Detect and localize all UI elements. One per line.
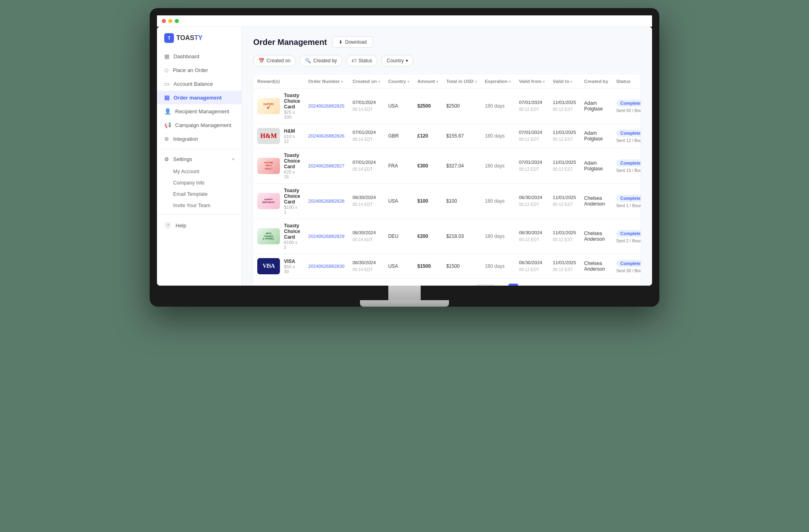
sidebar-item-campaign-management[interactable]: 📢 Campaign Management xyxy=(157,118,241,132)
sidebar-item-place-order[interactable]: ◇ Place an Order xyxy=(157,63,241,77)
amount-cell: $2500 xyxy=(413,89,442,124)
order-number-cell[interactable]: 20240626882827 xyxy=(304,148,349,184)
sidebar-item-dashboard[interactable]: ▦ Dashboard xyxy=(157,49,241,63)
sidebar-item-label: Order management xyxy=(174,95,222,101)
page-6-button[interactable]: 6 xyxy=(569,284,579,286)
sidebar-sub-company-info[interactable]: Company Info xyxy=(157,177,241,189)
download-button[interactable]: ⬇ Download xyxy=(332,36,373,48)
reward-name: Toasty Choice Card xyxy=(284,223,300,240)
status-cell: Complete Sent 50 / Bounced 0 xyxy=(612,89,641,124)
table-header-row: Reward(s) Order Number▾ Created on▾ Coun… xyxy=(253,74,641,89)
page-5-button[interactable]: 5 xyxy=(557,284,567,286)
filter-created-by[interactable]: 🔍 Created by xyxy=(300,55,342,66)
col-total-usd[interactable]: Total in USD▾ xyxy=(442,74,481,89)
col-valid-from[interactable]: Valid from▾ xyxy=(515,74,549,89)
col-created-on[interactable]: Created on▾ xyxy=(349,74,384,89)
filter-label: Country xyxy=(387,58,404,64)
page-9-button[interactable]: 9 xyxy=(606,284,615,286)
page-1-button[interactable]: 1 xyxy=(508,284,518,286)
sidebar-item-label: Campaign Management xyxy=(175,122,231,128)
amount-cell: €300 xyxy=(413,148,442,184)
table-row: YOU'REON AROLL! Toasty Choice Card €20 x… xyxy=(253,148,641,184)
filter-label: Status xyxy=(358,58,372,64)
created-on-cell: 07/01/202400:14 EDT xyxy=(349,148,384,184)
page-3-button[interactable]: 3 xyxy=(533,284,542,286)
country-cell: FRA xyxy=(384,148,413,184)
next-page-button[interactable]: › xyxy=(630,285,635,286)
created-on-cell: 07/01/202400:14 EDT xyxy=(349,89,384,124)
calendar-icon: 📅 xyxy=(258,58,265,64)
created-by-cell: Adam Polglase xyxy=(580,124,612,148)
order-number-cell[interactable]: 20240626882828 xyxy=(304,184,349,219)
valid-from-cell: 06/30/202400:12 EDT xyxy=(515,254,549,279)
sidebar-sub-my-account[interactable]: My Account xyxy=(157,166,241,177)
status-cell: Complete Sent 1 / Bounced 0 xyxy=(612,184,641,219)
created-by-cell: Adam Polglase xyxy=(580,148,612,184)
prev-page-button[interactable]: ‹ xyxy=(501,285,506,286)
sidebar-item-label: Place an Order xyxy=(173,67,208,73)
col-amount[interactable]: Amount▾ xyxy=(413,74,442,89)
created-by-cell: Adam Polglase xyxy=(580,89,612,124)
reward-detail: €100 x 2 xyxy=(284,240,300,250)
integration-icon: ⊕ xyxy=(164,136,169,142)
reward-cell: SUPER!🚀 Toasty Choice Card $25 x 100 xyxy=(253,89,304,124)
order-number-cell[interactable]: 20240626882825 xyxy=(304,89,349,124)
filter-status[interactable]: 🏷 Status xyxy=(346,55,377,66)
reward-cell: HAPPYBIRTHDAY Toasty Choice Card $100 x … xyxy=(253,184,304,219)
reward-detail: $100 x 1 xyxy=(284,205,300,214)
filter-country[interactable]: Country ▾ xyxy=(381,55,413,66)
sidebar-item-recipient-management[interactable]: 👤 Recipient Management xyxy=(157,104,241,118)
col-valid-to[interactable]: Valid to▾ xyxy=(549,74,580,89)
reward-detail: €20 x 15 xyxy=(284,170,300,179)
settings-header[interactable]: ⚙ Settings ▾ xyxy=(157,153,241,166)
amount-cell: $1500 xyxy=(413,254,442,279)
settings-chevron-icon: ▾ xyxy=(232,157,234,161)
sidebar-sub-invite-team[interactable]: Invite Your Team xyxy=(157,200,241,211)
expiration-cell: 180 days xyxy=(481,254,515,279)
col-order-number[interactable]: Order Number▾ xyxy=(304,74,349,89)
page-title: Order Management xyxy=(253,38,327,47)
filter-created-on[interactable]: 📅 Created on xyxy=(253,55,296,66)
chevron-down-icon: ▾ xyxy=(406,58,408,64)
page-8-button[interactable]: 8 xyxy=(593,284,603,286)
col-expiration[interactable]: Expiration▾ xyxy=(481,74,515,89)
valid-from-cell: 07/01/202400:12 EDT xyxy=(515,148,549,184)
order-number-cell[interactable]: 20240626882829 xyxy=(304,219,349,254)
per-page-select[interactable]: 10 25 50 xyxy=(476,284,495,286)
status-cell: Complete Sent 15 / Bounced 1 xyxy=(612,148,641,184)
sidebar-item-order-management[interactable]: ▤ Order management xyxy=(157,91,241,104)
sidebar-item-label: Dashboard xyxy=(174,53,199,59)
reward-name: VISA xyxy=(284,259,300,264)
status-cell: Complete Sent 12 / Bounced 0 xyxy=(612,124,641,148)
total-usd-cell: $2500 xyxy=(442,89,481,124)
help-label: Help xyxy=(176,223,186,229)
sidebar-item-account-balance[interactable]: ▭ Account Balance xyxy=(157,77,241,91)
order-number-cell[interactable]: 20240626882826 xyxy=(304,124,349,148)
created-on-cell: 07/01/202400:14 EDT xyxy=(349,124,384,148)
order-number-cell[interactable]: 20240626882830 xyxy=(304,254,349,279)
created-on-cell: 06/30/202400:14 EDT xyxy=(349,219,384,254)
page-7-button[interactable]: 7 xyxy=(581,284,591,286)
page-2-button[interactable]: 2 xyxy=(521,284,530,286)
created-by-cell: Chelsea Anderson xyxy=(580,219,612,254)
filter-label: Created by xyxy=(313,58,337,64)
app-logo: T TOASTY xyxy=(157,33,241,49)
reward-name: Toasty Choice Card xyxy=(284,93,300,110)
sidebar-sub-email-template[interactable]: Email Template xyxy=(157,189,241,200)
reward-name: Toasty Choice Card xyxy=(284,188,300,205)
recipient-icon: 👤 xyxy=(164,108,171,114)
page-4-button[interactable]: 4 xyxy=(545,284,555,286)
pagination-row: Items per Page 10 25 50 ‹ 1 2 3 4 5 6 xyxy=(253,278,641,286)
expiration-cell: 180 days xyxy=(481,124,515,148)
total-usd-cell: $100 xyxy=(442,184,481,219)
total-usd-cell: $218.03 xyxy=(442,219,481,254)
tag-icon: 🏷 xyxy=(352,58,356,64)
orders-table: Reward(s) Order Number▾ Created on▾ Coun… xyxy=(253,74,641,278)
sidebar-item-integration[interactable]: ⊕ Integration xyxy=(157,132,241,146)
col-rewards: Reward(s) xyxy=(253,74,304,89)
total-usd-cell: $1500 xyxy=(442,254,481,279)
page-10-button[interactable]: 10 xyxy=(618,284,627,286)
sidebar-item-help[interactable]: ? Help xyxy=(157,218,241,233)
expiration-cell: 180 days xyxy=(481,148,515,184)
col-country[interactable]: Country▾ xyxy=(384,74,413,89)
